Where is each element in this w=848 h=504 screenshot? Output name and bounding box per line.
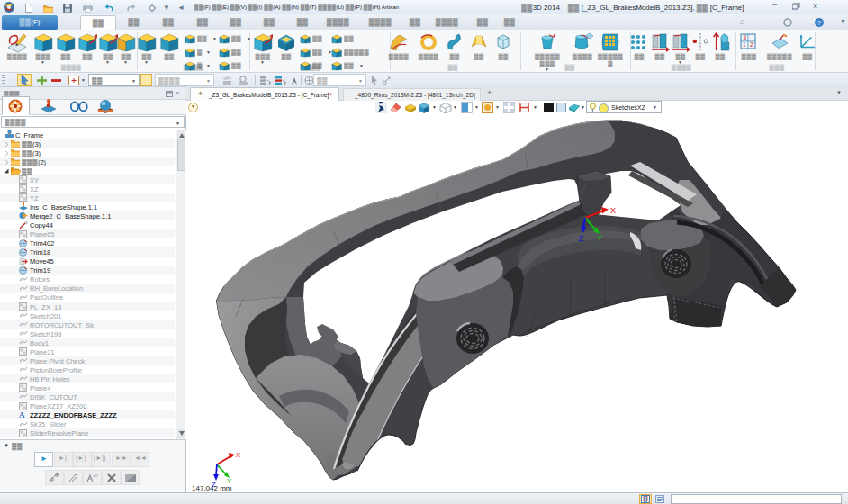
svg-text:147.042 mm: 147.042 mm: [192, 484, 232, 492]
svg-text:3: 3: [744, 34, 747, 40]
svg-text:Z: Z: [579, 234, 584, 243]
svg-text:Y: Y: [597, 234, 602, 243]
svg-text:1: 1: [743, 41, 746, 48]
svg-text:X: X: [236, 451, 241, 459]
svg-text:2: 2: [750, 41, 753, 48]
svg-text:X: X: [610, 206, 616, 215]
svg-text:?: ?: [817, 19, 822, 27]
